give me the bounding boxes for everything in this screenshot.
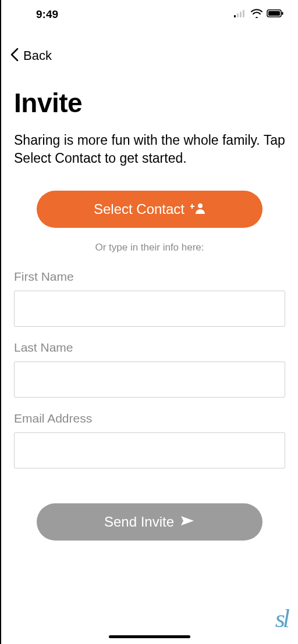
back-button[interactable]: Back [1,29,298,65]
svg-marker-10 [181,516,194,525]
home-indicator[interactable] [109,635,190,638]
email-label: Email Address [14,412,285,425]
send-invite-button[interactable]: Send Invite [37,503,262,541]
send-invite-label: Send Invite [104,514,174,530]
send-arrow-icon [180,514,195,530]
svg-rect-2 [240,12,242,17]
svg-rect-3 [243,10,244,17]
svg-rect-1 [237,13,239,17]
svg-rect-0 [234,15,236,17]
last-name-field-wrap: Last Name [1,341,298,398]
last-name-input[interactable] [14,362,285,398]
status-icons [234,9,284,20]
first-name-input[interactable] [14,291,285,327]
svg-rect-5 [268,11,280,16]
status-time: 9:49 [36,8,58,21]
page-subtitle: Sharing is more fun with the whole famil… [1,119,298,167]
email-field-wrap: Email Address [1,412,298,468]
add-person-icon [190,201,205,217]
chevron-left-icon [9,46,21,65]
watermark-logo: sl [275,604,288,634]
svg-rect-9 [190,206,194,207]
select-contact-button[interactable]: Select Contact [37,191,262,228]
cellular-icon [234,9,247,20]
battery-icon [267,9,284,20]
svg-rect-6 [282,12,283,15]
svg-point-7 [198,203,203,208]
last-name-label: Last Name [14,341,285,355]
select-contact-label: Select Contact [94,201,185,217]
wifi-icon [250,9,263,20]
divider-text: Or type in their info here: [1,242,298,253]
first-name-field-wrap: First Name [1,270,298,327]
email-input[interactable] [14,432,285,468]
first-name-label: First Name [14,270,285,284]
page-title: Invite [1,65,298,119]
back-label: Back [23,48,52,63]
status-bar: 9:49 [1,0,298,29]
